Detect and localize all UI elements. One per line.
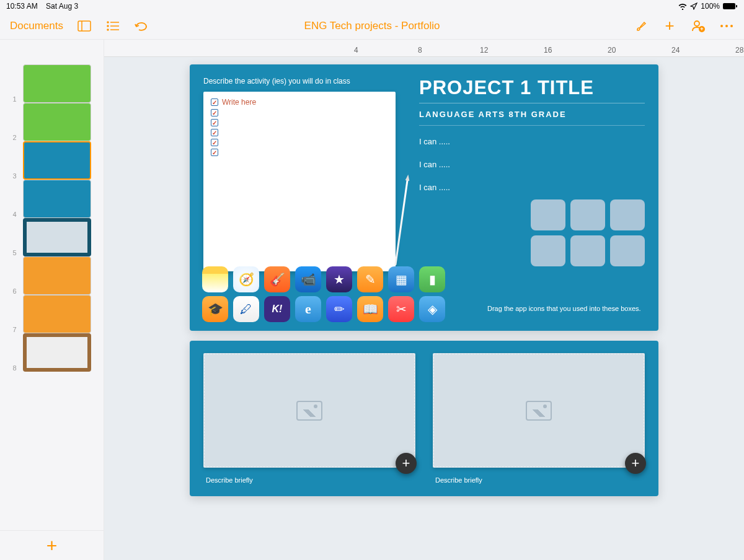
- more-icon[interactable]: [719, 19, 734, 33]
- checklist-item[interactable]: ✓: [211, 119, 388, 126]
- ruler: 4 8 12 16 20 24 28: [104, 40, 744, 57]
- pages-app-icon[interactable]: ✎: [357, 266, 383, 292]
- thumb-number: 4: [13, 211, 19, 218]
- thumb-preview[interactable]: [23, 333, 91, 372]
- sketches-app-icon[interactable]: 🖊: [233, 296, 259, 322]
- thumb-preview[interactable]: [23, 295, 91, 333]
- add-icon[interactable]: +: [662, 19, 677, 33]
- slide-thumbnail[interactable]: 8: [13, 333, 91, 372]
- thumb-number: 2: [13, 134, 19, 141]
- checklist-item[interactable]: ✓: [211, 109, 388, 116]
- screenshot-app-icon[interactable]: ✂: [388, 296, 414, 322]
- thumb-preview[interactable]: [23, 141, 91, 180]
- documents-button[interactable]: Documents: [10, 20, 63, 32]
- edmodo-app-icon[interactable]: e: [295, 296, 321, 322]
- drop-box[interactable]: [531, 199, 565, 230]
- svg-rect-0: [723, 3, 735, 9]
- thumb-preview[interactable]: [23, 103, 91, 141]
- ican-line[interactable]: I can .....: [419, 137, 645, 146]
- svg-rect-1: [736, 5, 737, 7]
- divider: [419, 125, 645, 126]
- drop-box[interactable]: [531, 235, 565, 266]
- checklist-item[interactable]: ✓Write here: [211, 98, 388, 107]
- image-caption[interactable]: Describe briefly: [433, 476, 645, 484]
- slide-3[interactable]: Describe the activity (ies) you will do …: [190, 64, 658, 331]
- checklist-item[interactable]: ✓: [211, 129, 388, 136]
- brush-icon[interactable]: [634, 19, 649, 33]
- checklist-item[interactable]: ✓: [211, 139, 388, 146]
- toolbar: Documents ENG Tech projects - Portfolio …: [0, 12, 744, 40]
- notability-app-icon[interactable]: ✏: [326, 296, 352, 322]
- thumb-number: 5: [13, 249, 19, 256]
- project-title[interactable]: PROJECT 1 TITLE: [419, 77, 645, 99]
- slide-thumbnail[interactable]: 4: [13, 180, 91, 218]
- slide-thumbnail[interactable]: 7: [13, 295, 91, 333]
- thumb-preview[interactable]: [23, 218, 91, 256]
- safari-app-icon[interactable]: 🧭: [233, 266, 259, 292]
- app-icon-row: 🧭🎸📹★✎▦▮: [202, 266, 445, 292]
- drop-box[interactable]: [610, 235, 645, 266]
- slide-thumbnail[interactable]: 6: [13, 256, 91, 295]
- undo-icon[interactable]: [134, 19, 149, 33]
- image-icon: [296, 401, 322, 421]
- wifi-icon: [678, 2, 687, 10]
- image-placeholder[interactable]: +: [203, 353, 415, 468]
- drag-instruction[interactable]: Drag the app icons that you used into th…: [487, 305, 645, 312]
- thumb-number: 7: [13, 326, 19, 333]
- garageband-app-icon[interactable]: 🎸: [264, 266, 290, 292]
- slide-3-lower[interactable]: + Describe briefly + Describe briefly: [190, 341, 658, 496]
- slide-thumbnail[interactable]: 5: [13, 218, 91, 256]
- write-here-text[interactable]: Write here: [222, 98, 256, 107]
- add-image-button[interactable]: +: [396, 453, 417, 474]
- list-icon[interactable]: [105, 19, 120, 33]
- numbers-app-icon[interactable]: ▮: [419, 266, 445, 292]
- thumb-preview[interactable]: [23, 256, 91, 295]
- app-app-icon[interactable]: ◈: [419, 296, 445, 322]
- icon-drop-grid[interactable]: [531, 199, 645, 266]
- checkbox-icon[interactable]: ✓: [211, 149, 218, 156]
- ican-line[interactable]: I can .....: [419, 183, 645, 192]
- slide-thumbnail[interactable]: 1: [13, 64, 91, 103]
- document-title[interactable]: ENG Tech projects - Portfolio: [304, 20, 440, 32]
- ican-line[interactable]: I can .....: [419, 160, 645, 169]
- image-caption[interactable]: Describe briefly: [203, 476, 415, 484]
- slide-thumbnail[interactable]: 2: [13, 103, 91, 141]
- drop-box[interactable]: [610, 199, 645, 230]
- add-slide-button[interactable]: +: [0, 530, 104, 560]
- thumb-preview[interactable]: [23, 180, 91, 218]
- app-icon-row: 🎓🖊K!e✏📖✂◈: [202, 296, 445, 322]
- svg-rect-2: [78, 21, 91, 31]
- checkbox-icon[interactable]: ✓: [211, 119, 218, 126]
- image-placeholder[interactable]: +: [433, 353, 645, 468]
- checkbox-icon[interactable]: ✓: [211, 129, 218, 136]
- checklist-item[interactable]: ✓: [211, 149, 388, 156]
- itunes-u-app-icon[interactable]: 🎓: [202, 296, 228, 322]
- slide-thumbnail[interactable]: 3: [13, 141, 91, 180]
- checkbox-icon[interactable]: ✓: [211, 98, 218, 106]
- collaborate-icon[interactable]: +: [691, 19, 706, 33]
- notes-app-icon[interactable]: [202, 266, 228, 292]
- thumb-number: 6: [13, 287, 19, 295]
- thumb-preview[interactable]: [23, 64, 91, 103]
- image-card[interactable]: + Describe briefly: [203, 353, 415, 484]
- imovie-app-icon[interactable]: ★: [326, 266, 352, 292]
- slide-navigator[interactable]: 12345678 +: [0, 40, 104, 560]
- add-image-button[interactable]: +: [625, 453, 646, 474]
- kahoot-app-icon[interactable]: K!: [264, 296, 290, 322]
- thumb-number: 3: [13, 172, 19, 180]
- checkbox-icon[interactable]: ✓: [211, 109, 218, 116]
- status-date: Sat Aug 3: [46, 2, 78, 11]
- canvas[interactable]: 4 8 12 16 20 24 28 Describe the activity…: [104, 40, 744, 560]
- image-card[interactable]: + Describe briefly: [433, 353, 645, 484]
- panels-icon[interactable]: [77, 19, 92, 33]
- ibooks-app-icon[interactable]: 📖: [357, 296, 383, 322]
- checkbox-icon[interactable]: ✓: [211, 139, 218, 146]
- drop-box[interactable]: [570, 199, 605, 230]
- keynote-app-icon[interactable]: ▦: [388, 266, 414, 292]
- status-left: 10:53 AM Sat Aug 3: [6, 2, 78, 11]
- clips-app-icon[interactable]: 📹: [295, 266, 321, 292]
- pencil-graphic: [394, 179, 408, 265]
- drop-box[interactable]: [570, 235, 605, 266]
- activity-notepad[interactable]: ✓Write here ✓ ✓ ✓ ✓ ✓: [203, 92, 396, 271]
- subtitle[interactable]: LANGUAGE ARTS 8TH GRADE: [419, 110, 645, 119]
